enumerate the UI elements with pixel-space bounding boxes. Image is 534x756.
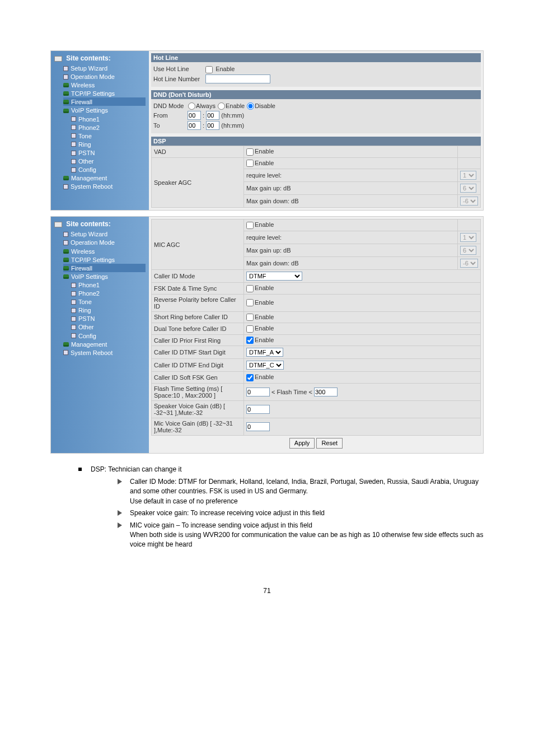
mic-max-down-select[interactable]: -6 bbox=[460, 259, 478, 268]
folder-icon bbox=[63, 100, 69, 104]
sidebar-item-phone1[interactable]: Phone1 bbox=[71, 115, 146, 123]
sidebar-item-other[interactable]: Other bbox=[71, 323, 146, 331]
sidebar-item-firewall[interactable]: Firewall bbox=[63, 264, 146, 272]
sidebar-item-firewall[interactable]: Firewall bbox=[63, 97, 146, 106]
sidebar-title-text-2: Site contents: bbox=[66, 220, 110, 228]
sidebar-item-label: Wireless bbox=[71, 82, 95, 88]
content-area-2: MIC AGC Enable require level: 1 Max gain… bbox=[149, 217, 483, 453]
sidebar-item-phone2[interactable]: Phone2 bbox=[71, 123, 146, 132]
sidebar-item-ring[interactable]: Ring bbox=[71, 140, 146, 148]
page-icon bbox=[71, 300, 76, 305]
sidebar-item-phone1[interactable]: Phone1 bbox=[71, 281, 146, 289]
spk-req-level-select[interactable]: 1 bbox=[460, 171, 476, 180]
cid-start-select[interactable]: DTMF_A bbox=[246, 348, 283, 357]
cid-end-select[interactable]: DTMF_C bbox=[246, 361, 284, 370]
flash-lo-input[interactable] bbox=[246, 388, 270, 396]
mic-max-up-select[interactable]: 6 bbox=[460, 246, 476, 255]
dnd-enable-label: Enable bbox=[226, 102, 245, 109]
sidebar-item-label: Ring bbox=[78, 307, 91, 314]
dnd-disable-radio[interactable] bbox=[247, 102, 254, 110]
fsk-dt-checkbox[interactable] bbox=[246, 285, 254, 292]
sidebar-item-tone[interactable]: Tone bbox=[71, 132, 146, 140]
dnd-from-hh[interactable] bbox=[188, 111, 201, 120]
page-icon bbox=[71, 283, 76, 288]
cid-prior-checkbox[interactable] bbox=[246, 337, 254, 344]
mic-req-level-select[interactable]: 1 bbox=[460, 233, 476, 242]
folder-icon bbox=[63, 176, 69, 180]
sidebar-item-voip-settings[interactable]: VoIP Settings bbox=[63, 272, 146, 281]
notes-section: DSP: Technician can change it Caller ID … bbox=[50, 459, 484, 572]
sidebar-item-setup-wizard[interactable]: Setup Wizard bbox=[63, 64, 146, 72]
sidebar-item-label: Other bbox=[78, 324, 94, 331]
cid-soft-checkbox[interactable] bbox=[246, 374, 254, 381]
dual-tone-checkbox[interactable] bbox=[246, 325, 254, 333]
sidebar-item-phone2[interactable]: Phone2 bbox=[71, 289, 146, 297]
dnd-header: DND (Don't Disturb) bbox=[151, 90, 481, 99]
sidebar-item-system-reboot[interactable]: System Reboot bbox=[63, 348, 146, 357]
sidebar-item-setup-wizard[interactable]: Setup Wizard bbox=[63, 230, 146, 238]
cid-soft-enable-text: Enable bbox=[255, 374, 274, 380]
sidebar-item-label: Other bbox=[78, 158, 94, 165]
sidebar-item-label: Management bbox=[71, 341, 107, 348]
note-default-pref: Use default in case of no preference bbox=[130, 497, 484, 506]
cid-mode-select[interactable]: DTMF bbox=[246, 272, 302, 281]
page-icon bbox=[71, 133, 76, 138]
vad-checkbox[interactable] bbox=[246, 148, 254, 156]
sidebar-item-label: PSTN bbox=[78, 150, 95, 156]
hotline-number-input[interactable] bbox=[205, 74, 270, 83]
content-area-1: Hot Line Use Hot Line Enable Hot Line Nu… bbox=[149, 51, 483, 210]
dnd-enable-radio[interactable] bbox=[218, 102, 225, 110]
note-cid-mode: Caller ID Mode: DTMF for Denmark, Hollan… bbox=[130, 477, 484, 497]
apply-button[interactable]: Apply bbox=[289, 438, 315, 449]
spk-max-up-select[interactable]: 6 bbox=[460, 184, 476, 193]
page-icon bbox=[71, 167, 76, 172]
spk-agc-enable-checkbox[interactable] bbox=[246, 160, 254, 167]
sidebar-item-operation-mode[interactable]: Operation Mode bbox=[63, 238, 146, 246]
use-hotline-checkbox[interactable] bbox=[205, 66, 213, 73]
mic-gain-input[interactable] bbox=[246, 422, 270, 431]
sidebar-item-wireless[interactable]: Wireless bbox=[63, 247, 146, 255]
sidebar-item-management[interactable]: Management bbox=[63, 340, 146, 348]
folder-icon bbox=[63, 258, 69, 262]
short-ring-checkbox[interactable] bbox=[246, 314, 254, 321]
sidebar-item-wireless[interactable]: Wireless bbox=[63, 81, 146, 89]
dnd-from-fmt: (hh:mm) bbox=[221, 112, 244, 119]
page-number: 71 bbox=[50, 587, 484, 595]
dnd-to-mm[interactable] bbox=[206, 121, 219, 130]
flash-hi-input[interactable] bbox=[314, 388, 338, 396]
mic-max-up-label: Max gain up: dB bbox=[244, 244, 458, 256]
page-icon bbox=[71, 116, 76, 122]
sidebar-item-pstn[interactable]: PSTN bbox=[71, 148, 146, 157]
spk-gain-input[interactable] bbox=[246, 405, 270, 414]
sidebar-item-operation-mode[interactable]: Operation Mode bbox=[63, 72, 146, 81]
cid-mode-label: Caller ID Mode bbox=[152, 269, 244, 282]
dual-tone-enable-text: Enable bbox=[255, 325, 274, 332]
site-icon-2 bbox=[54, 222, 62, 227]
sidebar-item-voip-settings[interactable]: VoIP Settings bbox=[63, 106, 146, 114]
dsp-table-2: MIC AGC Enable require level: 1 Max gain… bbox=[151, 219, 481, 436]
spk-max-down-select[interactable]: -6 bbox=[460, 197, 478, 206]
sidebar-item-tone[interactable]: Tone bbox=[71, 297, 146, 306]
reset-button[interactable]: Reset bbox=[316, 438, 343, 449]
sidebar-item-pstn[interactable]: PSTN bbox=[71, 314, 146, 323]
rev-pol-checkbox[interactable] bbox=[246, 299, 254, 306]
sidebar-item-tcp-ip-settings[interactable]: TCP/IP Settings bbox=[63, 89, 146, 97]
sidebar-item-config[interactable]: Config bbox=[71, 165, 146, 174]
sidebar-item-ring[interactable]: Ring bbox=[71, 306, 146, 314]
sidebar-item-management[interactable]: Management bbox=[63, 174, 146, 182]
cid-prior-label: Caller ID Prior First Ring bbox=[152, 334, 244, 346]
dnd-to-fmt: (hh:mm) bbox=[221, 122, 244, 129]
sidebar-item-other[interactable]: Other bbox=[71, 157, 146, 165]
cid-prior-enable-text: Enable bbox=[255, 337, 274, 343]
dnd-to-hh[interactable] bbox=[188, 121, 201, 130]
sidebar-item-label: TCP/IP Settings bbox=[71, 90, 115, 97]
mic-req-level-label: require level: bbox=[244, 231, 458, 244]
dnd-from-label: From bbox=[153, 112, 186, 119]
sidebar-item-tcp-ip-settings[interactable]: TCP/IP Settings bbox=[63, 255, 146, 264]
dnd-always-radio[interactable] bbox=[188, 102, 195, 110]
dnd-from-mm[interactable] bbox=[206, 111, 219, 120]
sidebar-item-label: TCP/IP Settings bbox=[71, 256, 115, 263]
sidebar-item-config[interactable]: Config bbox=[71, 332, 146, 340]
mic-agc-enable-checkbox[interactable] bbox=[246, 222, 254, 229]
sidebar-item-system-reboot[interactable]: System Reboot bbox=[63, 182, 146, 190]
